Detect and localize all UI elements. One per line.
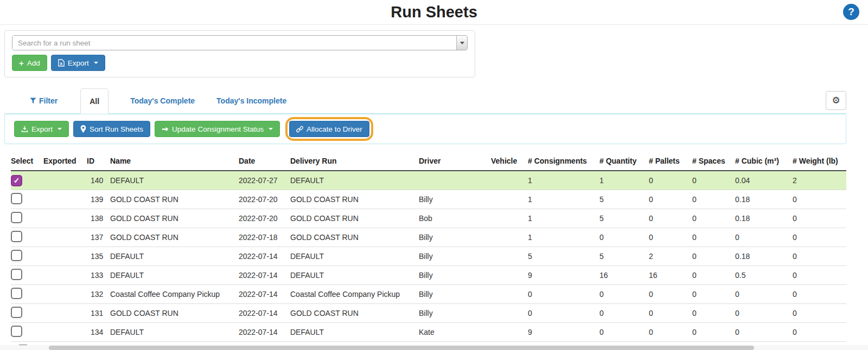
cell-spaces: 0: [692, 214, 735, 223]
row-checkbox[interactable]: [11, 212, 22, 223]
cell-cubic: 0.04: [735, 176, 793, 185]
map-marker-icon: [80, 125, 86, 133]
table-row[interactable]: 138 GOLD COAST RUN 2022-07-20 GOLD COAST…: [11, 209, 846, 228]
cell-name: DEFAULT: [110, 176, 239, 185]
tab-todays-incomplete[interactable]: Today's Incomplete: [216, 96, 286, 105]
cell-cubic: 0.5: [735, 271, 793, 280]
add-button[interactable]: + Add: [12, 55, 47, 71]
cell-name: DEFAULT: [110, 328, 239, 336]
row-checkbox[interactable]: [11, 250, 22, 261]
filter-toggle[interactable]: Filter: [30, 96, 58, 105]
allocate-to-driver-button[interactable]: Allocate to Driver: [289, 121, 369, 137]
col-header-quantity: # Quantity: [599, 157, 649, 165]
cell-quantity: 0: [599, 328, 649, 336]
cell-consignments: 0: [528, 290, 599, 299]
table-row[interactable]: 139 GOLD COAST RUN 2022-07-20 GOLD COAST…: [11, 190, 846, 209]
cell-pallets: 2: [649, 252, 692, 261]
update-consignment-status-button[interactable]: Update Consignment Status: [155, 121, 280, 137]
cell-consignments: 1: [528, 214, 599, 223]
table-row[interactable]: 137 GOLD COAST RUN 2022-07-18 GOLD COAST…: [11, 228, 846, 247]
settings-button[interactable]: ⚙: [826, 91, 846, 110]
tab-todays-complete[interactable]: Today's Complete: [130, 96, 195, 105]
cell-delivery-run: DEFAULT: [290, 328, 419, 336]
cell-pallets: 0: [649, 195, 692, 204]
horizontal-scrollbar-thumb[interactable]: [49, 346, 754, 350]
table-row[interactable]: 132 Coastal Coffee Company Pickup 2022-0…: [11, 285, 846, 304]
tab-all-label: All: [90, 97, 99, 106]
cell-driver: Billy: [419, 233, 491, 242]
table-row[interactable]: ✓ 140 DEFAULT 2022-07-27 DEFAULT 1 1 0 0…: [11, 171, 846, 190]
cell-pallets: 0: [649, 233, 692, 242]
cell-cubic: 0.18: [735, 195, 793, 204]
cell-date: 2022-07-14: [239, 290, 290, 299]
cell-delivery-run: DEFAULT: [290, 252, 419, 261]
allocate-to-driver-label: Allocate to Driver: [307, 125, 362, 133]
cell-id: 131: [87, 309, 110, 317]
table-row[interactable]: 133 DEFAULT 2022-07-14 DEFAULT Billy 9 1…: [11, 266, 846, 285]
row-checkbox[interactable]: [11, 193, 22, 204]
filter-label: Filter: [39, 96, 58, 105]
cell-date: 2022-07-18: [239, 233, 290, 242]
excel-file-icon: [58, 59, 65, 67]
caret-down-icon: [58, 128, 62, 130]
cell-pallets: 0: [649, 176, 692, 185]
cell-date: 2022-07-14: [239, 271, 290, 280]
page-title: Run Sheets: [0, 0, 868, 24]
table-body: ✓ 140 DEFAULT 2022-07-27 DEFAULT 1 1 0 0…: [11, 171, 846, 342]
cell-spaces: 0: [692, 195, 735, 204]
cell-cubic: 0: [735, 290, 793, 299]
search-panel: + Add Export: [4, 30, 475, 77]
cell-name: GOLD COAST RUN: [110, 214, 239, 223]
sort-run-sheets-button[interactable]: Sort Run Sheets: [73, 121, 150, 137]
question-mark-icon: ?: [848, 6, 854, 17]
cell-spaces: 0: [692, 328, 735, 336]
table-row[interactable]: 131 GOLD COAST RUN 2022-07-14 GOLD COAST…: [11, 304, 846, 323]
export-button-top[interactable]: Export: [51, 55, 105, 71]
cell-name: DEFAULT: [110, 271, 239, 280]
col-header-delivery-run: Delivery Run: [290, 157, 419, 165]
cell-driver: Billy: [419, 195, 491, 204]
cell-date: 2022-07-14: [239, 252, 290, 261]
table-row[interactable]: 135 DEFAULT 2022-07-14 DEFAULT Billy 5 5…: [11, 247, 846, 266]
cell-date: 2022-07-14: [239, 328, 290, 336]
add-button-label: Add: [27, 59, 40, 67]
cell-consignments: 1: [528, 233, 599, 242]
help-button[interactable]: ?: [843, 4, 859, 20]
row-checkbox[interactable]: ✓: [11, 175, 22, 186]
run-sheets-table: Select Exported ID Name Date Delivery Ru…: [4, 151, 846, 348]
cell-pallets: 0: [649, 309, 692, 317]
cell-quantity: 0: [599, 233, 649, 242]
table-row[interactable]: 134 DEFAULT 2022-07-14 DEFAULT Kate 9 0 …: [11, 323, 846, 342]
search-input[interactable]: [12, 36, 456, 50]
row-checkbox[interactable]: [11, 326, 22, 337]
cell-delivery-run: GOLD COAST RUN: [290, 195, 419, 204]
col-header-cubic: # Cubic (m³): [735, 157, 793, 165]
cell-id: 132: [87, 290, 110, 299]
cell-consignments: 1: [528, 195, 599, 204]
cell-date: 2022-07-20: [239, 195, 290, 204]
cell-spaces: 0: [692, 290, 735, 299]
chevron-down-icon: [460, 42, 464, 44]
search-dropdown-button[interactable]: [456, 36, 467, 50]
export-button-label: Export: [68, 59, 89, 67]
cell-delivery-run: Coastal Coffee Company Pickup: [290, 290, 419, 299]
row-checkbox[interactable]: [11, 231, 22, 242]
cell-cubic: 0: [735, 233, 793, 242]
allocate-highlight-ring: Allocate to Driver: [285, 117, 373, 141]
export-button-actions[interactable]: Export: [14, 121, 69, 137]
cell-driver: Kate: [419, 328, 491, 336]
cell-consignments: 9: [528, 271, 599, 280]
row-checkbox[interactable]: [11, 269, 22, 280]
row-checkbox[interactable]: [11, 288, 22, 299]
cell-id: 135: [87, 252, 110, 261]
cell-driver: Billy: [419, 290, 491, 299]
cell-weight: 0: [793, 233, 846, 242]
horizontal-scrollbar-track: [0, 345, 868, 350]
cell-id: 137: [87, 233, 110, 242]
top-bar: Run Sheets ?: [0, 0, 868, 25]
caret-down-icon: [269, 128, 273, 130]
plus-icon: +: [19, 59, 24, 67]
row-checkbox[interactable]: [11, 307, 22, 318]
tab-all[interactable]: All: [80, 88, 108, 114]
col-header-select: Select: [11, 157, 43, 165]
